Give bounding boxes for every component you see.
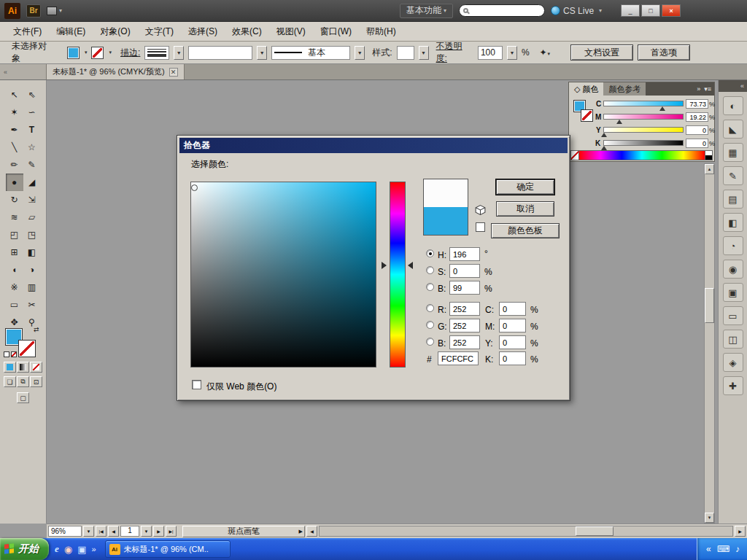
black-value-field[interactable]: 0 <box>686 139 708 148</box>
stroke-weight-field[interactable] <box>144 46 169 60</box>
lasso-tool[interactable]: ∽ <box>23 104 41 121</box>
stroke-color-swatch[interactable] <box>91 47 104 59</box>
stroke-link[interactable]: 描边: <box>120 47 140 59</box>
workspace-switcher[interactable]: 基本功能▾ <box>400 4 453 18</box>
eyedropper-tool[interactable]: ◖ <box>6 261 23 279</box>
dock-icon-gradient[interactable]: ◧ <box>723 213 743 232</box>
dock-collapse-icon[interactable]: « <box>719 80 747 92</box>
dock-icon-swatches[interactable]: ▦ <box>723 143 743 162</box>
k-field[interactable]: 0 <box>499 351 526 365</box>
yellow-slider[interactable] <box>603 127 684 133</box>
dock-icon-artboards[interactable]: ▭ <box>723 306 743 325</box>
opacity-dropdown[interactable]: ▼ <box>507 46 517 60</box>
pen-tool[interactable]: ✒ <box>6 121 23 139</box>
black-slider[interactable] <box>603 140 684 146</box>
menu-window[interactable]: 窗口(W) <box>313 23 359 41</box>
eraser-tool[interactable]: ◢ <box>23 174 41 191</box>
scroll-down-icon[interactable]: ▼ <box>705 513 714 523</box>
prev-page-icon[interactable]: ◀ <box>108 526 119 537</box>
minimize-button[interactable]: _ <box>621 4 640 17</box>
zoom-dropdown-icon[interactable]: ▼ <box>83 526 94 537</box>
spectrum-ramp[interactable] <box>579 151 705 160</box>
saturation-brightness-field[interactable] <box>190 182 376 368</box>
red-radio[interactable] <box>426 304 434 312</box>
panel-stroke-swatch[interactable] <box>581 109 593 122</box>
yellow-value-field[interactable]: 0 <box>686 125 708 135</box>
panel-menu-icon[interactable]: ▾≡ <box>704 85 711 93</box>
web-only-checkbox[interactable] <box>192 380 201 389</box>
b2-field[interactable]: 252 <box>449 335 480 349</box>
web-safe-color-swatch[interactable] <box>476 222 485 232</box>
draw-normal-button[interactable]: ❏ <box>4 376 16 387</box>
brightness-radio[interactable] <box>426 283 434 291</box>
chevron-down-icon[interactable]: ▼ <box>419 46 429 60</box>
menu-type[interactable]: 文字(T) <box>138 23 181 41</box>
next-page-icon[interactable]: ▶ <box>153 526 164 537</box>
magenta-slider[interactable] <box>603 114 684 120</box>
vertical-scrollbar[interactable]: ▲ ▼ <box>704 163 715 524</box>
c-field[interactable]: 0 <box>499 302 526 316</box>
menu-view[interactable]: 视图(V) <box>269 23 313 41</box>
selection-tool[interactable]: ↖ <box>6 86 23 104</box>
hex-field[interactable]: FCFCFC <box>438 351 479 365</box>
tab-color[interactable]: ◇颜色 <box>569 82 603 96</box>
graphic-style-dropdown[interactable] <box>397 46 414 60</box>
scroll-up-icon[interactable]: ▲ <box>705 164 714 174</box>
illustrator-app-icon[interactable]: Ai <box>4 3 20 19</box>
media-quick-launch-icon[interactable]: ◉ <box>64 544 72 555</box>
dialog-titlebar[interactable]: 拾色器 <box>179 138 568 153</box>
menu-edit[interactable]: 编辑(E) <box>49 23 93 41</box>
cs-live-button[interactable]: CS Live▾ <box>551 6 602 16</box>
panel-expand-icon[interactable]: » <box>697 85 700 93</box>
arrange-documents-icon[interactable]: ▾ <box>47 7 62 15</box>
start-button[interactable]: 开始 <box>0 538 49 560</box>
slider-thumb[interactable] <box>601 133 607 137</box>
slice-tool[interactable]: ✂ <box>23 296 41 314</box>
slider-thumb[interactable] <box>659 106 665 111</box>
dock-icon-transparency[interactable]: ◔ <box>723 236 743 255</box>
dock-icon-brushes[interactable]: ✎ <box>723 166 743 185</box>
s-field[interactable]: 0 <box>449 264 480 278</box>
dock-icon-info[interactable]: ✚ <box>723 376 743 395</box>
cyan-value-field[interactable]: 73.73 <box>686 99 708 109</box>
scroll-left-icon[interactable]: ◀ <box>306 526 317 537</box>
blue-radio[interactable] <box>426 338 434 346</box>
volume-icon[interactable]: ♪ <box>735 544 740 554</box>
cyan-slider[interactable] <box>603 101 684 106</box>
vertical-scroll-thumb[interactable] <box>705 288 714 323</box>
color-swatches-button[interactable]: 颜色色板 <box>491 223 560 238</box>
mesh-tool[interactable]: ⊞ <box>6 244 23 261</box>
menu-select[interactable]: 选择(S) <box>181 23 225 41</box>
toolbar-collapse-icon[interactable]: « <box>0 64 47 79</box>
chevron-down-icon[interactable]: ▼ <box>355 46 365 60</box>
none-mode-button[interactable] <box>30 362 42 373</box>
fill-color-swatch[interactable] <box>67 47 80 59</box>
stroke-profile-dropdown[interactable]: 基本 <box>271 46 350 60</box>
page-dropdown-icon[interactable]: ▼ <box>141 526 152 537</box>
tab-color-guide[interactable]: 颜色参考 <box>603 82 646 96</box>
dock-icon-symbols[interactable]: ◉ <box>723 260 743 279</box>
magic-wand-tool[interactable]: ✶ <box>6 104 23 121</box>
zoom-field[interactable]: 96% <box>48 526 82 537</box>
menu-help[interactable]: 帮助(H) <box>359 23 403 41</box>
ie-quick-launch-icon[interactable]: e <box>55 543 59 555</box>
dock-icon-links[interactable]: ◫ <box>723 330 743 349</box>
m-field[interactable]: 0 <box>499 319 526 332</box>
saturation-radio[interactable] <box>426 266 434 274</box>
bridge-icon[interactable]: Br <box>26 4 41 18</box>
opacity-link[interactable]: 不透明度: <box>436 40 473 65</box>
y-field[interactable]: 0 <box>499 335 526 349</box>
menu-file[interactable]: 文件(F) <box>6 23 49 41</box>
blob-brush-tool[interactable]: ● <box>6 174 23 191</box>
scroll-right-icon[interactable]: ▶ <box>735 526 746 537</box>
slider-thumb[interactable] <box>616 120 622 124</box>
swap-fill-stroke-icon[interactable]: ⇄ <box>34 326 39 333</box>
document-tab[interactable]: 未标题-1* @ 96% (CMYK/预览) ✕ <box>47 64 185 79</box>
dock-icon-appearance[interactable]: ◐ <box>723 96 743 115</box>
input-method-icon[interactable]: ⌨ <box>717 544 729 554</box>
hue-slider[interactable] <box>390 182 406 368</box>
desktop-quick-launch-icon[interactable]: ▣ <box>77 544 86 555</box>
r-field[interactable]: 252 <box>449 302 480 316</box>
line-segment-tool[interactable]: ╲ <box>6 139 23 156</box>
draw-behind-button[interactable]: ⧉ <box>17 376 29 387</box>
